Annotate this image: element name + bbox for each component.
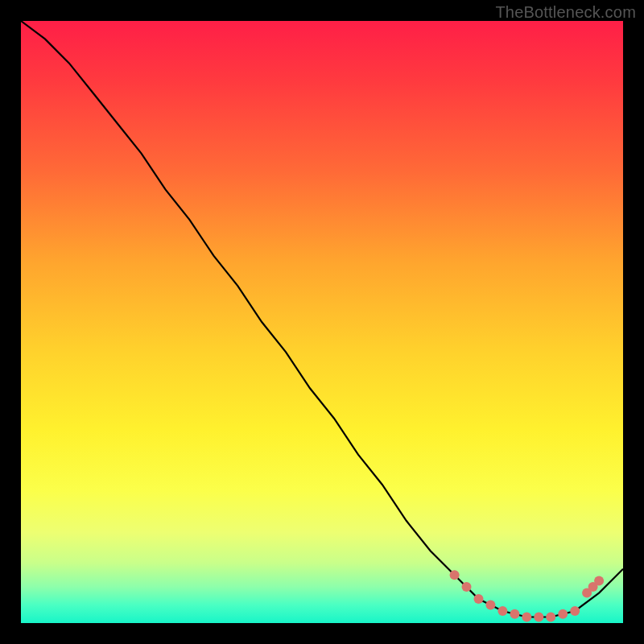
curve-marker xyxy=(474,594,484,604)
watermark-text: TheBottleneck.com xyxy=(495,3,636,22)
curve-markers xyxy=(450,570,605,621)
curve-marker xyxy=(450,570,460,580)
plot-area xyxy=(21,21,623,623)
curve-marker xyxy=(594,576,604,586)
curve-marker xyxy=(522,613,531,622)
curve-marker xyxy=(570,606,580,616)
curve-marker xyxy=(497,606,507,616)
curve-marker xyxy=(534,613,543,622)
curve-marker xyxy=(462,582,472,592)
chart-svg xyxy=(21,21,623,623)
curve-marker xyxy=(485,601,495,610)
curve-marker xyxy=(558,609,568,619)
chart-frame: TheBottleneck.com xyxy=(0,0,644,644)
curve-line xyxy=(21,21,623,617)
curve-marker xyxy=(510,609,519,619)
curve-marker xyxy=(546,613,555,622)
